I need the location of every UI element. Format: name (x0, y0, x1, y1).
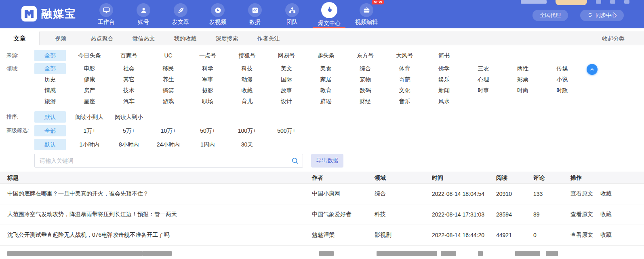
source-option[interactable]: 简书 (428, 50, 460, 61)
reads-range-option[interactable]: 10万+ (153, 125, 184, 136)
field-option[interactable]: 历史 (34, 74, 66, 85)
tab-视频[interactable]: 视频 (40, 32, 81, 46)
article-title[interactable]: 沈飞公开测试垂直起降无人战机，076电弹攻击舰不准备开工了吗 (0, 231, 312, 239)
source-option[interactable]: 大风号 (389, 50, 421, 61)
field-option[interactable]: 教育 (310, 85, 342, 96)
time-range-option[interactable]: 24小时内 (153, 139, 184, 150)
sort-option[interactable]: 阅读小到大 (74, 111, 105, 123)
field-option[interactable]: 娱乐 (428, 74, 460, 85)
field-option[interactable]: 佛学 (428, 63, 460, 74)
source-option[interactable]: 今日头条 (74, 50, 105, 61)
field-option[interactable]: 全部 (34, 63, 66, 74)
collapse-categories-link[interactable]: 收起分类 (602, 32, 625, 45)
sync-center-button[interactable]: 同步中心 (580, 10, 624, 21)
field-option[interactable]: 宠物 (349, 74, 381, 85)
reads-range-option[interactable]: 5万+ (113, 125, 145, 136)
field-option[interactable]: 科技 (232, 63, 263, 74)
view-original-link[interactable]: 查看原文 (570, 190, 593, 197)
field-option[interactable]: 家居 (310, 74, 342, 85)
field-option[interactable]: 两性 (507, 63, 539, 74)
field-option[interactable]: 风水 (428, 96, 460, 107)
field-option[interactable]: 摄影 (192, 85, 223, 96)
field-option[interactable]: 养生 (153, 74, 184, 85)
field-option[interactable]: 传媒 (547, 63, 578, 74)
reads-range-option[interactable]: 1万+ (74, 125, 105, 136)
time-range-option[interactable]: 1周内 (192, 139, 223, 150)
source-option[interactable]: 东方号 (349, 50, 381, 61)
time-range-option[interactable]: 默认 (34, 139, 66, 150)
field-option[interactable]: 美文 (271, 63, 302, 74)
source-option[interactable]: 一点号 (192, 50, 223, 61)
field-option[interactable]: 移民 (153, 63, 184, 74)
field-option[interactable]: 文化 (389, 85, 421, 96)
favorite-link[interactable]: 收藏 (600, 190, 612, 197)
field-option[interactable]: 情感 (34, 85, 66, 96)
time-range-option[interactable]: 8小时内 (113, 139, 145, 150)
view-original-link[interactable]: 查看原文 (570, 231, 593, 238)
field-option[interactable]: 彩票 (507, 74, 539, 85)
tab-articles-active[interactable]: 文章 (0, 32, 39, 45)
article-title[interactable]: 中国的底牌在哪里？一旦中美真的开火，谁会先顶不住？ (0, 190, 312, 197)
tab-热点聚合[interactable]: 热点聚合 (81, 32, 123, 46)
field-option[interactable]: 国际 (271, 74, 302, 85)
field-option[interactable]: 汽车 (113, 96, 145, 107)
search-icon[interactable] (291, 157, 299, 165)
view-original-link[interactable]: 查看原文 (570, 211, 593, 217)
tab-作者关注[interactable]: 作者关注 (248, 32, 289, 46)
reads-range-option[interactable]: 全部 (34, 125, 66, 136)
field-option[interactable]: 科学 (192, 63, 223, 74)
field-option[interactable]: 数码 (349, 85, 381, 96)
favorite-link[interactable]: 收藏 (600, 211, 612, 217)
field-option[interactable]: 搞笑 (153, 85, 184, 96)
reads-range-option[interactable]: 50万+ (192, 125, 223, 136)
field-option[interactable]: 其它 (113, 74, 145, 85)
nav-item-chart[interactable]: 数据 (236, 0, 274, 28)
field-option[interactable]: 育儿 (232, 96, 263, 107)
field-option[interactable]: 设计 (271, 96, 302, 107)
nav-item-user[interactable]: 账号 (125, 0, 162, 28)
sort-option[interactable]: 默认 (34, 111, 66, 123)
field-option[interactable]: 房产 (74, 85, 105, 96)
field-option[interactable]: 三农 (468, 63, 499, 74)
sort-option[interactable]: 阅读大到小 (113, 111, 145, 123)
nav-item-monitor[interactable]: 工作台 (88, 0, 125, 28)
field-option[interactable]: 军事 (192, 74, 223, 85)
nav-item-briefcase[interactable]: 视频编辑NEW (348, 0, 385, 28)
field-option[interactable]: 健康 (74, 74, 105, 85)
time-range-option[interactable]: 30天 (232, 139, 263, 150)
nav-item-play[interactable]: 发视频 (199, 0, 236, 28)
field-option[interactable]: 美食 (310, 63, 342, 74)
collapse-field-button[interactable] (587, 64, 598, 75)
brand[interactable]: 融媒宝 (0, 0, 76, 23)
field-option[interactable]: 星座 (74, 96, 105, 107)
field-option[interactable]: 旅游 (34, 96, 66, 107)
field-option[interactable]: 职场 (192, 96, 223, 107)
source-option[interactable]: 全部 (34, 50, 66, 61)
export-data-button[interactable]: 导出数据 (311, 154, 343, 168)
source-option[interactable]: UC (153, 50, 184, 61)
reads-range-option[interactable]: 500万+ (271, 125, 302, 136)
tab-深度搜索[interactable]: 深度搜索 (206, 32, 248, 46)
field-option[interactable]: 小说 (547, 74, 578, 85)
field-option[interactable]: 电影 (74, 63, 105, 74)
field-option[interactable]: 故事 (271, 85, 302, 96)
field-option[interactable]: 时尚 (507, 85, 539, 96)
field-option[interactable]: 体育 (389, 63, 421, 74)
field-option[interactable]: 综合 (349, 63, 381, 74)
field-option[interactable]: 时政 (547, 85, 578, 96)
nav-item-flame[interactable]: 爆文中心 (311, 0, 348, 28)
nav-item-feather[interactable]: 发文章 (162, 0, 199, 28)
field-option[interactable]: 社会 (113, 63, 145, 74)
field-option[interactable]: 心理 (468, 74, 499, 85)
favorite-link[interactable]: 收藏 (600, 231, 612, 238)
field-option[interactable]: 收藏 (232, 85, 263, 96)
tab-微信热文[interactable]: 微信热文 (123, 32, 164, 46)
time-range-option[interactable]: 1小时内 (74, 139, 105, 150)
field-option[interactable]: 时事 (468, 85, 499, 96)
source-option[interactable]: 网易号 (271, 50, 302, 61)
search-input[interactable] (34, 154, 303, 168)
field-option[interactable]: 音乐 (389, 96, 421, 107)
reads-range-option[interactable]: 100万+ (232, 125, 263, 136)
nav-item-team[interactable]: 团队 (274, 0, 311, 28)
field-option[interactable]: 辟谣 (310, 96, 342, 107)
